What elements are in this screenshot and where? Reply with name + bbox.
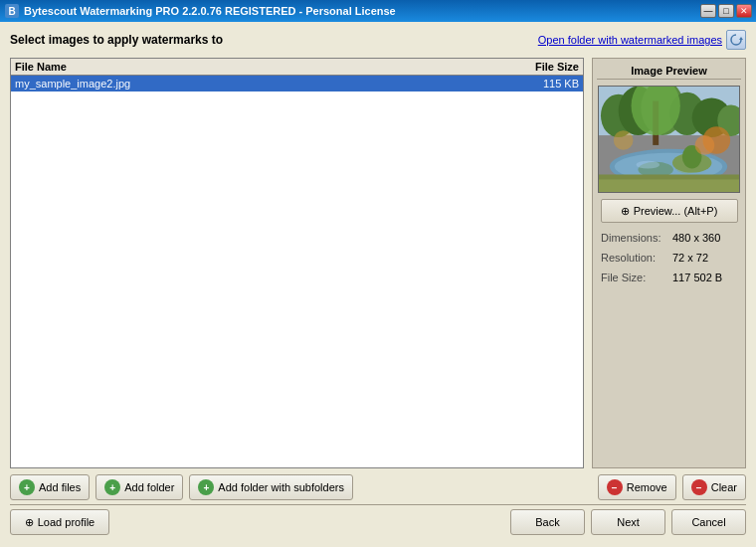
preview-icon: ⊕	[621, 205, 630, 218]
resolution-label: Resolution:	[601, 249, 668, 269]
filesize-value: 117 502 B	[672, 269, 722, 288]
dimensions-value: 480 x 360	[672, 229, 720, 249]
load-profile-icon: ⊕	[25, 516, 34, 529]
svg-rect-17	[599, 179, 739, 192]
preview-image-area	[598, 86, 740, 193]
file-size-cell: 115 KB	[499, 78, 579, 90]
remove-button[interactable]: − Remove	[598, 474, 676, 500]
next-button[interactable]: Next	[591, 509, 665, 535]
file-list-body[interactable]: my_sample_image2.jpg 115 KB	[11, 76, 583, 467]
main-content: Select images to apply watermarks to Ope…	[0, 22, 756, 547]
preview-panel: Image Preview	[592, 58, 746, 468]
dimensions-row: Dimensions: 480 x 360	[601, 229, 737, 249]
preview-button[interactable]: ⊕ Preview... (Alt+P)	[601, 199, 738, 223]
preview-label: Image Preview	[597, 63, 741, 80]
page-title: Select images to apply watermarks to	[10, 33, 223, 47]
clear-button[interactable]: − Clear	[682, 474, 746, 500]
table-row[interactable]: my_sample_image2.jpg 115 KB	[11, 76, 583, 91]
open-folder-link[interactable]: Open folder with watermarked images	[538, 34, 722, 46]
add-folder-subfolders-label: Add folder with subfolders	[218, 481, 344, 493]
navigation-buttons-row: ⊕ Load profile Back Next Cancel	[10, 504, 746, 539]
window-controls: — □ ✕	[700, 4, 752, 18]
file-list-header: File Name File Size	[11, 59, 583, 76]
load-profile-label: Load profile	[38, 516, 95, 528]
cancel-label: Cancel	[691, 516, 725, 528]
remove-icon: −	[607, 479, 623, 495]
svg-marker-2	[739, 37, 743, 40]
svg-point-23	[636, 161, 660, 169]
add-folder-label: Add folder	[124, 481, 174, 493]
preview-button-label: Preview... (Alt+P)	[634, 205, 718, 217]
resolution-row: Resolution: 72 x 72	[601, 249, 737, 269]
top-row: Select images to apply watermarks to Ope…	[10, 30, 746, 50]
window-title: Bytescout Watermarking PRO 2.2.0.76 REGI…	[24, 5, 696, 17]
action-buttons-row: + Add files + Add folder + Add folder wi…	[10, 468, 746, 504]
file-name-cell: my_sample_image2.jpg	[15, 78, 499, 90]
add-folder-subfolders-button[interactable]: + Add folder with subfolders	[189, 474, 353, 500]
clear-icon: −	[691, 479, 707, 495]
filesize-label: File Size:	[601, 269, 668, 288]
dimensions-label: Dimensions:	[601, 229, 668, 249]
add-files-label: Add files	[39, 481, 81, 493]
middle-section: File Name File Size my_sample_image2.jpg…	[10, 58, 746, 468]
svg-point-21	[695, 135, 715, 155]
col-filename-header: File Name	[15, 61, 499, 73]
add-folder-button[interactable]: + Add folder	[95, 474, 183, 500]
col-filesize-header: File Size	[499, 61, 579, 73]
back-label: Back	[535, 516, 559, 528]
remove-label: Remove	[627, 481, 667, 493]
next-label: Next	[617, 516, 640, 528]
filesize-row: File Size: 117 502 B	[601, 269, 737, 288]
add-folder-icon: +	[104, 479, 120, 495]
clear-label: Clear	[711, 481, 737, 493]
maximize-button[interactable]: □	[718, 4, 734, 18]
svg-point-22	[614, 130, 634, 150]
resolution-value: 72 x 72	[672, 249, 708, 269]
refresh-button[interactable]	[726, 30, 746, 50]
load-profile-button[interactable]: ⊕ Load profile	[10, 509, 109, 535]
cancel-button[interactable]: Cancel	[671, 509, 746, 535]
back-button[interactable]: Back	[510, 509, 585, 535]
add-files-icon: +	[19, 479, 35, 495]
preview-info: Dimensions: 480 x 360 Resolution: 72 x 7…	[597, 229, 741, 287]
file-list-container: File Name File Size my_sample_image2.jpg…	[10, 58, 584, 468]
close-button[interactable]: ✕	[736, 4, 752, 18]
app-icon: B	[4, 3, 20, 19]
minimize-button[interactable]: —	[700, 4, 716, 18]
add-folder-subfolders-icon: +	[198, 479, 214, 495]
title-bar: B Bytescout Watermarking PRO 2.2.0.76 RE…	[0, 0, 756, 22]
add-files-button[interactable]: + Add files	[10, 474, 90, 500]
svg-text:B: B	[8, 6, 15, 17]
